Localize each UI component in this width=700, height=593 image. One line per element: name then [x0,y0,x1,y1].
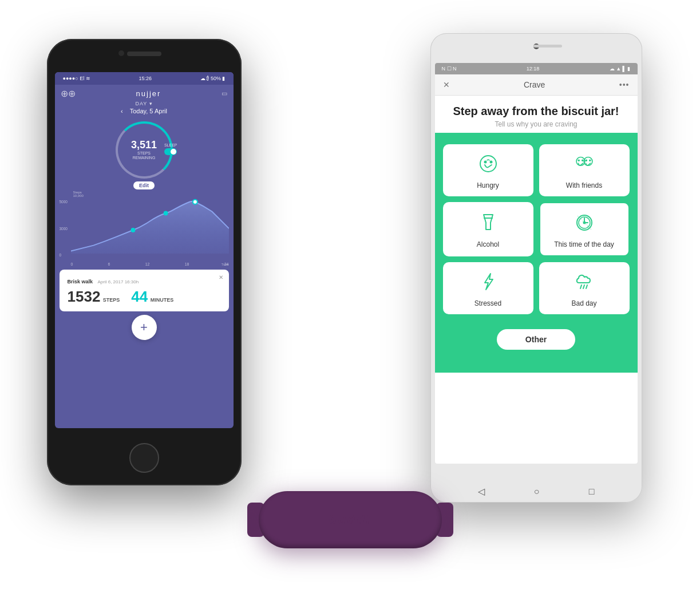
android-status-right: ☁ ▲ ▌ ▮ [610,66,631,72]
crave-option-this-time[interactable]: This time of the day [539,202,630,256]
android-status-left: N ☐ N [442,66,457,72]
svg-point-2 [490,161,492,163]
chart-svg [71,192,229,254]
walk-steps-label: STEPS [103,297,120,303]
walk-steps-value: 1532 [68,288,101,305]
sleep-toggle[interactable]: SLEEP [164,143,177,155]
crave-grid: Hungry [443,144,630,314]
x-label-18: 18 [185,262,189,266]
crave-option-alcohol[interactable]: Alcohol [443,202,533,256]
svg-line-12 [580,285,582,288]
crave-header: Step away from the biscuit jar! Tell us … [435,96,638,133]
dot-1 [130,228,135,232]
cloud-svg [574,271,595,292]
clock-icon [574,212,595,236]
recents-button[interactable]: □ [589,487,595,497]
android-toolbar: ✕ Crave ••• [435,74,638,96]
alcohol-label: Alcohol [477,240,499,248]
svg-point-8 [589,160,590,161]
hungry-icon [478,153,499,177]
walk-minutes-group: 44 MINUTES [131,288,173,306]
svg-point-4 [578,160,579,161]
iphone-device: ●●●●○ El ≋ 15:26 ☁ ₿ 50% ▮ ⊕⊕ nujjer ▭ D… [47,39,242,485]
dot-2 [163,211,168,216]
walk-stats: 1532 STEPS 44 MINUTES [68,288,221,306]
lightning-svg [478,271,499,292]
x-label-12: 12 [145,262,150,266]
x-label-0: 0 [71,262,73,266]
y-axis: 5000 3000 0 [60,200,68,257]
friends-svg [574,153,595,174]
edit-button[interactable]: Edit [133,181,155,189]
android-device: N ☐ N 12:18 ☁ ▲ ▌ ▮ ✕ Crave ••• Step awa… [430,33,642,503]
clock-svg [574,212,595,233]
nav-label[interactable]: DAY ▾ [55,101,234,106]
hungry-svg [478,153,499,174]
stressed-label: Stressed [474,299,501,307]
activity-chart: Steps10,000 5000 3000 0 [60,192,229,266]
steps-remaining-label: STEPSREMAINING [133,151,156,161]
wristband-brand: buddi [329,512,371,527]
iphone-camera [118,50,124,56]
crave-title: Step away from the biscuit jar! [446,105,626,118]
android-speaker [533,45,562,48]
signal-indicator: ●●●●○ El ≋ [63,76,90,81]
svg-line-14 [586,285,587,288]
date-navigation: ‹ Today, 5 April [55,108,234,114]
crave-option-bad-day[interactable]: Bad day [539,262,630,314]
scene: ●●●●○ El ≋ 15:26 ☁ ₿ 50% ▮ ⊕⊕ nujjer ▭ D… [35,22,665,571]
iphone-speaker [127,52,161,56]
app-logo: nujjer [136,89,161,98]
android-status-bar: N ☐ N 12:18 ☁ ▲ ▌ ▮ [435,63,638,74]
hungry-label: Hungry [477,181,499,189]
android-time: 12:18 [527,66,540,72]
time-label: Time [221,263,228,266]
iphone-app-header: ⊕⊕ nujjer ▭ DAY ▾ ‹ Today, 5 April [55,85,234,117]
crave-options-section: Hungry [435,133,638,373]
wristband: buddi [259,480,442,548]
svg-point-0 [480,156,496,172]
iphone-screen: ●●●●○ El ≋ 15:26 ☁ ₿ 50% ▮ ⊕⊕ nujjer ▭ D… [55,72,234,428]
steps-area: 3,511 STEPSREMAINING SLEEP Edit [55,117,234,192]
prev-day-button[interactable]: ‹ [121,108,123,114]
home-button[interactable] [129,443,159,473]
toolbar-title: Crave [450,80,619,89]
android-nav-bar: ◁ ○ □ [430,486,642,497]
crave-option-hungry[interactable]: Hungry [443,144,533,196]
cloud-rain-icon [574,271,595,295]
svg-point-5 [582,160,583,161]
alcohol-svg [478,212,499,233]
walk-close-button[interactable]: ✕ [219,274,223,280]
settings-icon[interactable]: ⊕⊕ [61,88,76,99]
sleep-label: SLEEP [164,143,177,147]
friends-label: With friends [566,181,602,189]
friends-icon [574,153,595,177]
iphone-status-bar: ●●●●○ El ≋ 15:26 ☁ ₿ 50% ▮ [55,72,234,85]
current-date: Today, 5 April [130,108,167,114]
steps-count: 3,511 [131,140,157,150]
overflow-menu-button[interactable]: ••• [619,80,630,89]
battery-indicator: ☁ ₿ 50% ▮ [200,76,226,81]
wristband-body: buddi [259,491,442,548]
this-time-label: This time of the day [554,240,614,248]
svg-point-7 [586,160,587,161]
back-button[interactable]: ◁ [478,486,485,497]
crave-subtitle: Tell us why you are craving [446,120,626,128]
chart-fill-area [71,201,229,254]
bad-day-label: Bad day [571,299,596,307]
crave-option-stressed[interactable]: Stressed [443,262,533,314]
other-button[interactable]: Other [497,329,575,350]
close-button[interactable]: ✕ [443,80,450,89]
x-label-6: 6 [108,262,110,266]
walk-minutes-label: MINUTES [151,297,174,303]
android-screen: N ☐ N 12:18 ☁ ▲ ▌ ▮ ✕ Crave ••• Step awa… [435,63,638,464]
walk-info-card: Brisk walk April 6, 2017 16:30h ✕ 1532 S… [60,270,229,311]
add-button[interactable]: + [132,315,157,340]
crave-option-with-friends[interactable]: With friends [539,144,630,196]
walk-date: April 6, 2017 16:30h [97,279,139,284]
y-label-5000: 5000 [60,200,68,204]
y-label-3000: 3000 [60,227,68,231]
x-axis: 0 6 12 18 24 [71,262,229,266]
walk-steps-group: 1532 STEPS [68,288,120,306]
home-nav-button[interactable]: ○ [534,487,540,497]
